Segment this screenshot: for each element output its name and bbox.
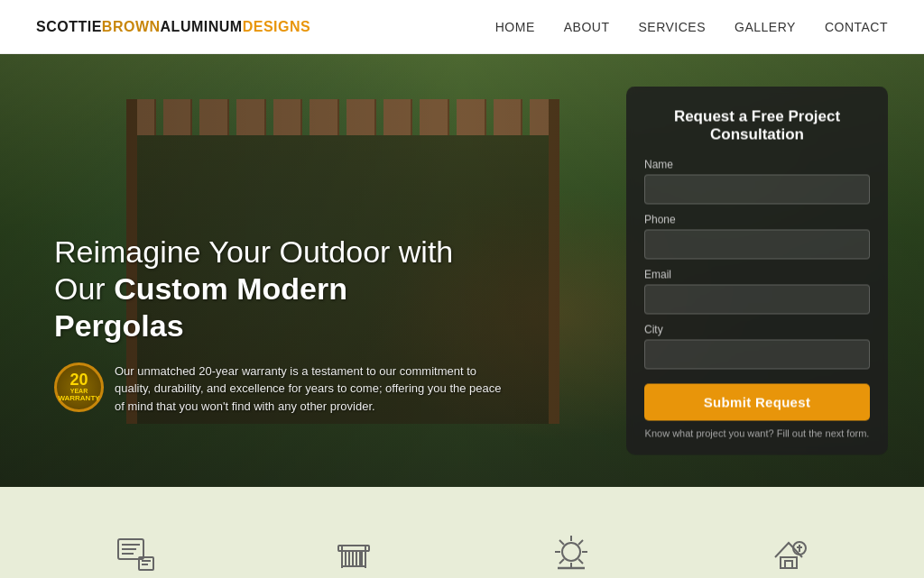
name-input[interactable]: [644, 175, 870, 205]
logo-aluminum: ALUMINUM: [161, 19, 243, 34]
name-label: Name: [644, 159, 870, 171]
phone-label: Phone: [644, 214, 870, 226]
feature-unique-custom-design: UNIQUE CUSTOM DESIGN Tailor your pergola…: [37, 532, 236, 578]
city-input[interactable]: [644, 340, 870, 370]
submit-button[interactable]: Submit Request: [644, 384, 870, 421]
feature-enhance-outdoor: ENHANCE OUTDOOR LIVING Create a beautifu…: [254, 532, 453, 578]
email-input[interactable]: [644, 285, 870, 315]
nav-contact[interactable]: CONTACT: [825, 20, 888, 34]
consultation-form: Request a Free Project Consultation Name…: [626, 87, 888, 455]
logo: SCOTTIEBROWNALUMINUMDESIGNS: [36, 19, 310, 35]
feature-property-value: INCREASE PROPERTY VALUE Add significant …: [689, 532, 888, 578]
outdoor-icon: [331, 532, 376, 577]
phone-field: Phone: [644, 214, 870, 260]
site-header: SCOTTIEBROWNALUMINUMDESIGNS HOME ABOUT S…: [0, 0, 924, 54]
main-nav: HOME ABOUT SERVICES GALLERY CONTACT: [495, 20, 888, 34]
nav-gallery[interactable]: GALLERY: [735, 20, 796, 34]
logo-designs: DESIGNS: [243, 19, 311, 34]
name-field: Name: [644, 159, 870, 205]
features-section: UNIQUE CUSTOM DESIGN Tailor your pergola…: [0, 487, 924, 578]
logo-brown: BROWN: [102, 19, 161, 34]
svg-rect-29: [785, 561, 792, 568]
city-label: City: [644, 324, 870, 336]
svg-line-25: [578, 540, 583, 545]
nav-services[interactable]: SERVICES: [638, 20, 706, 34]
form-hint: Know what project you want? Fill out the…: [644, 428, 870, 439]
email-field: Email: [644, 269, 870, 315]
email-label: Email: [644, 269, 870, 281]
phone-input[interactable]: [644, 230, 870, 260]
svg-rect-28: [781, 557, 797, 568]
nav-home[interactable]: HOME: [495, 20, 535, 34]
svg-line-26: [559, 559, 564, 564]
hero-text-block: Reimagine Your Outdoor with Our Custom M…: [54, 234, 505, 415]
design-icon: [114, 532, 159, 577]
warranty-text: Our unmatched 20-year warranty is a test…: [115, 362, 505, 416]
uv-icon: [549, 532, 594, 577]
form-title: Request a Free Project Consultation: [644, 108, 870, 144]
warranty-section: 20 YEAR WARRANTY Our unmatched 20-year w…: [54, 362, 505, 416]
hero-section: Reimagine Your Outdoor with Our Custom M…: [0, 54, 924, 487]
city-field: City: [644, 324, 870, 370]
value-icon: [766, 532, 811, 577]
hero-title: Reimagine Your Outdoor with Our Custom M…: [54, 234, 505, 344]
svg-point-18: [562, 543, 580, 561]
svg-line-24: [578, 559, 583, 564]
logo-scottie: SCOTTIE: [36, 19, 102, 34]
svg-line-23: [559, 540, 564, 545]
nav-about[interactable]: ABOUT: [564, 20, 610, 34]
feature-uv-protection: UV PROTECTION AND COMFORT Crafted to pro…: [472, 532, 670, 578]
warranty-badge: 20 YEAR WARRANTY: [54, 362, 104, 412]
